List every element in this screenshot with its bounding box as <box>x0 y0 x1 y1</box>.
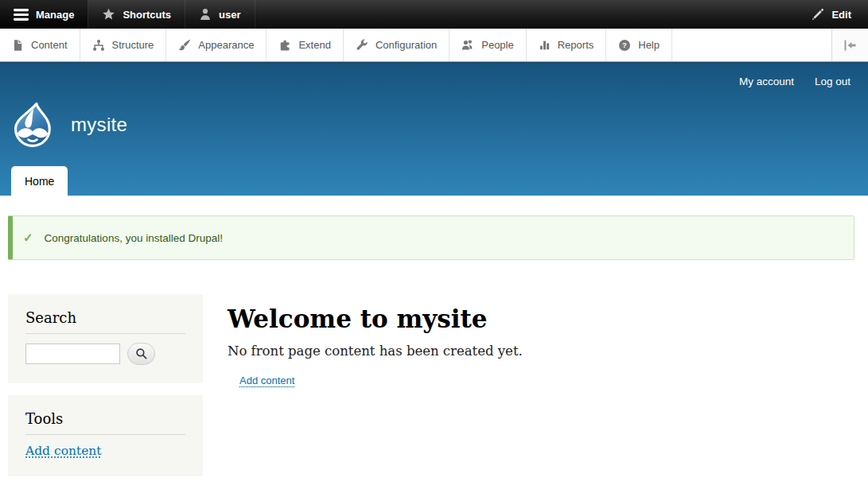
content-layout: Search Tools Add content Welcome to mysi… <box>8 294 868 476</box>
structure-icon <box>92 39 105 52</box>
toolbar-item-reports[interactable]: Reports <box>527 29 607 61</box>
sidebar: Search Tools Add content <box>8 294 203 476</box>
toolbar-item-appearance[interactable]: Appearance <box>166 29 267 61</box>
shortcuts-tab[interactable]: Shortcuts <box>88 0 185 29</box>
site-header: My account Log out mysite Home <box>0 62 868 196</box>
pencil-icon <box>812 8 824 21</box>
search-submit-button[interactable] <box>127 343 155 365</box>
status-message-text: Congratulations, you installed Drupal! <box>45 232 223 244</box>
search-input[interactable] <box>25 343 120 364</box>
manage-tab[interactable]: Manage <box>0 0 88 29</box>
reports-icon <box>539 39 551 51</box>
edit-tab[interactable]: Edit <box>798 0 868 29</box>
toolbar-item-structure[interactable]: Structure <box>80 29 167 61</box>
help-icon: ? <box>618 39 631 52</box>
shortcuts-label: Shortcuts <box>123 9 171 21</box>
toolbar-item-extend[interactable]: Extend <box>267 29 343 61</box>
extend-icon <box>278 39 291 52</box>
svg-text:?: ? <box>622 41 627 49</box>
tools-block-title: Tools <box>25 410 185 435</box>
page-title: Welcome to mysite <box>228 305 523 333</box>
search-form <box>25 343 185 365</box>
add-content-link-sidebar[interactable]: Add content <box>25 444 102 458</box>
toolbar-item-content[interactable]: Content <box>0 29 80 61</box>
empty-message: No front page content has been created y… <box>228 343 523 359</box>
search-block: Search <box>8 294 203 383</box>
main-content: Welcome to mysite No front page content … <box>228 294 523 387</box>
toolbar-label: Extend <box>298 39 330 51</box>
search-icon <box>135 347 148 360</box>
toolbar-label: Content <box>31 39 68 51</box>
site-name[interactable]: mysite <box>71 114 127 136</box>
secondary-menu: My account Log out <box>739 76 850 87</box>
site-branding: mysite <box>10 102 127 148</box>
toolbar-label: Configuration <box>376 39 437 51</box>
toolbar-item-people[interactable]: People <box>450 29 526 61</box>
appearance-icon <box>178 39 191 52</box>
menu-icon <box>14 9 29 21</box>
admin-toolbar-tray: Content Structure Appearance Extend Conf… <box>0 29 868 62</box>
tray-spacer <box>672 29 831 61</box>
toolbar-label: Help <box>638 39 660 51</box>
tools-block: Tools Add content <box>8 395 203 476</box>
checkmark-icon: ✓ <box>23 231 33 245</box>
toolbar-item-configuration[interactable]: Configuration <box>344 29 450 61</box>
status-message: ✓ Congratulations, you installed Drupal! <box>8 215 854 260</box>
toolbar-label: People <box>481 39 513 51</box>
people-icon <box>461 39 474 51</box>
primary-tabs: Home <box>11 166 68 196</box>
admin-bar-spacer <box>255 0 799 29</box>
arrow-to-bar-icon <box>843 40 857 51</box>
toolbar-label: Structure <box>112 39 154 51</box>
search-block-title: Search <box>25 309 185 334</box>
toolbar-label: Reports <box>558 39 594 51</box>
manage-label: Manage <box>36 9 74 21</box>
configuration-icon <box>356 39 368 52</box>
user-tab[interactable]: user <box>185 0 255 29</box>
admin-toolbar-bar: Manage Shortcuts user Edit <box>0 0 868 29</box>
content-icon <box>12 39 24 52</box>
person-icon <box>199 8 212 21</box>
toolbar-item-help[interactable]: ? Help <box>606 29 672 61</box>
tab-home[interactable]: Home <box>11 166 68 196</box>
star-icon <box>102 8 115 21</box>
drupal-logo[interactable] <box>10 102 56 148</box>
my-account-link[interactable]: My account <box>739 76 794 87</box>
edit-label: Edit <box>831 9 851 21</box>
toolbar-label: Appearance <box>198 39 254 51</box>
log-out-link[interactable]: Log out <box>815 76 850 87</box>
user-label: user <box>219 9 240 21</box>
toolbar-orientation-toggle[interactable] <box>831 29 868 61</box>
add-content-link-main[interactable]: Add content <box>239 375 294 386</box>
